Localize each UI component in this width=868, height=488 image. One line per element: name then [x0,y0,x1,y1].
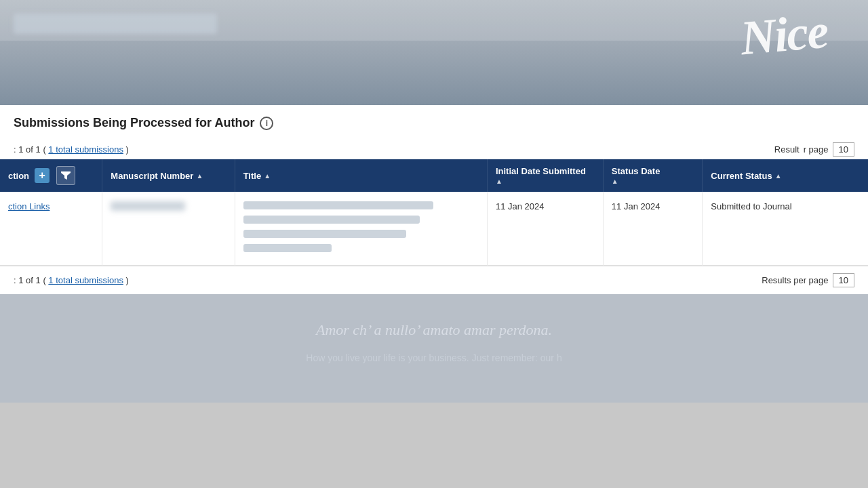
bottom-paren-open: ( [43,275,45,285]
status-date-sort-icon[interactable]: ▲ [612,178,618,185]
action-label: ction [8,171,29,181]
results-bottom-row: : 1 of 1 ( 1 total submissions ) Results… [0,266,868,294]
manuscript-column-header: Manuscript Number ▲ [102,159,235,192]
results-label: Result [774,144,800,155]
table-row: ction Links 11 Jan 2024 [0,192,868,266]
top-banner: Nice [0,0,868,105]
initial-date-cell: 11 Jan 2024 [487,192,603,266]
per-page-bottom-value[interactable]: 10 [833,273,854,287]
submissions-table: ction + Manuscript Number ▲ [0,159,868,266]
per-label: r page [804,144,829,155]
title-line-1 [243,201,433,209]
total-submissions-link[interactable]: 1 total submissions [48,144,123,155]
initial-date-sort-icon[interactable]: ▲ [496,178,502,185]
title-cell [235,192,487,266]
results-paren-open: ( [43,144,45,155]
current-status-column-header: Current Status ▲ [703,159,868,192]
main-content: Submissions Being Processed for Author i… [0,105,868,294]
status-date-column-header: Status Date ▲ [603,159,702,192]
footer-quote: Amor ch’ a nullo’ amato amar perdona. [14,321,854,339]
title-line-3 [243,230,406,238]
results-right: Result r page 10 [774,142,854,157]
page-header: Submissions Being Processed for Author i [0,105,868,140]
status-date-cell: 11 Jan 2024 [603,192,702,266]
blurred-header [14,14,217,34]
action-cell: ction Links [0,192,102,266]
title-line-4 [243,244,332,252]
bottom-results-count: 1 of 1 [18,275,41,285]
current-status-sort-icon[interactable]: ▲ [775,172,782,180]
results-count: 1 of 1 [18,144,41,155]
bottom-paren-close: ) [126,275,129,285]
action-links[interactable]: ction Links [8,201,50,211]
filter-button[interactable] [56,166,75,185]
per-page-top-value[interactable]: 10 [833,142,854,157]
current-status-cell: Submitted to Journal [703,192,868,266]
page-title: Submissions Being Processed for Author [14,116,254,130]
manuscript-sort-icon[interactable]: ▲ [196,172,203,180]
bottom-results-right: Results per page 10 [762,273,854,287]
results-per-page-label: Results per page [762,275,828,285]
footer: Amor ch’ a nullo’ amato amar perdona. Ho… [0,294,868,403]
page-title-row: Submissions Being Processed for Author i [14,116,854,130]
bottom-total-link[interactable]: 1 total submissions [48,275,123,285]
title-line-2 [243,216,420,224]
add-button[interactable]: + [35,168,50,183]
results-top-row: : 1 of 1 ( 1 total submissions ) Result … [0,140,868,159]
bottom-results-left: : 1 of 1 ( 1 total submissions ) [14,275,129,285]
title-label: Title [243,171,262,181]
manuscript-number-blurred [111,201,185,211]
table-header-row: ction + Manuscript Number ▲ [0,159,868,192]
manuscript-label: Manuscript Number [111,171,193,181]
title-sort-icon[interactable]: ▲ [264,172,271,180]
action-column-header: ction + [0,159,102,192]
results-left: : 1 of 1 ( 1 total submissions ) [14,144,129,155]
initial-date-label: Initial Date Submitted [496,166,586,176]
info-icon[interactable]: i [260,117,273,130]
footer-sub-text: How you live your life is your business.… [14,352,854,363]
initial-date-column-header: Initial Date Submitted ▲ [487,159,603,192]
current-status-label: Current Status [711,171,772,181]
manuscript-cell [102,192,235,266]
status-date-label: Status Date [612,166,660,176]
title-blurred-container [243,201,479,256]
nice-watermark: Nice [738,3,830,67]
results-paren-close: ) [126,144,129,155]
filter-icon [61,171,71,180]
title-column-header: Title ▲ [235,159,487,192]
